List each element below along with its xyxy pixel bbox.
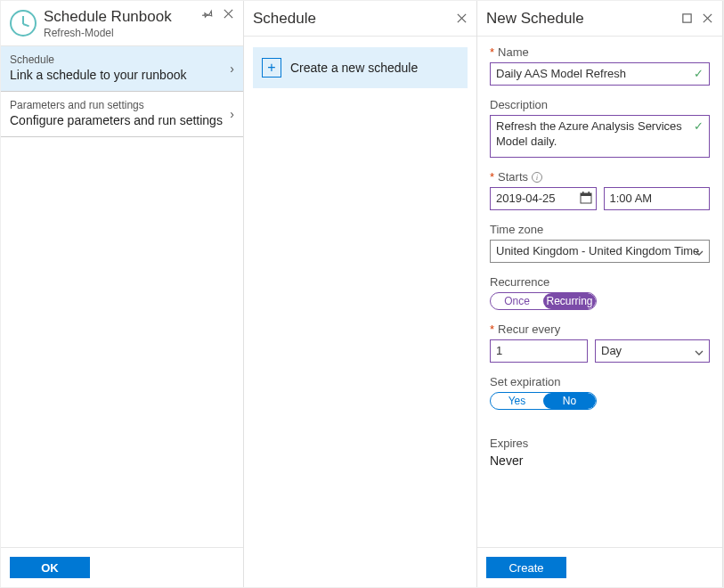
recurrence-label: Recurrence (490, 275, 549, 289)
timezone-select[interactable]: United Kingdom - United Kingdom Time (490, 240, 710, 263)
nav-item-small: Parameters and run settings (10, 99, 234, 111)
recurrence-once[interactable]: Once (491, 293, 543, 309)
timezone-value: United Kingdom - United Kingdom Time (496, 244, 699, 257)
blade-header: Schedule (244, 1, 476, 37)
blade-title: Schedule Runbook (44, 8, 172, 26)
chevron-down-icon (695, 347, 704, 360)
name-input[interactable]: Daily AAS Model Refresh (490, 62, 710, 86)
svg-rect-10 (588, 192, 590, 194)
schedule-blade: Schedule + Create a new schedule (244, 1, 477, 587)
chevron-down-icon (695, 247, 704, 260)
pin-icon[interactable] (202, 8, 214, 20)
name-label: Name (498, 45, 529, 59)
recur-every-unit-value: Day (601, 344, 622, 357)
chevron-right-icon: › (230, 107, 234, 121)
nav-item-big: Configure parameters and run settings (10, 113, 234, 127)
bottom-bar: Create (477, 547, 722, 587)
blade-title: New Schedule (486, 10, 584, 28)
recurrence-toggle[interactable]: Once Recurring (490, 292, 597, 310)
description-input[interactable]: Refresh the Azure Analysis Services Mode… (490, 115, 710, 158)
description-label: Description (490, 98, 548, 111)
expiration-yes[interactable]: Yes (491, 393, 543, 409)
info-icon[interactable]: i (532, 172, 542, 183)
timezone-label: Time zone (490, 223, 543, 236)
blade-subtitle: Refresh-Model (44, 28, 172, 38)
starts-date-value: 2019-04-25 (496, 192, 556, 205)
starts-time-input[interactable]: 1:00 AM (604, 187, 711, 210)
nav-item-big: Link a schedule to your runbook (10, 68, 234, 82)
nav-item-schedule[interactable]: Schedule Link a schedule to your runbook… (1, 46, 243, 92)
create-button[interactable]: Create (486, 557, 566, 578)
new-schedule-form: *Name Daily AAS Model Refresh Descriptio… (477, 37, 722, 489)
bottom-bar: OK (1, 547, 243, 587)
starts-date-input[interactable]: 2019-04-25 (490, 187, 597, 210)
blade-title: Schedule (253, 10, 316, 28)
blade-header: New Schedule (477, 1, 722, 37)
schedule-runbook-blade: Schedule Runbook Refresh-Model Schedule … (1, 1, 244, 587)
ok-button[interactable]: OK (10, 557, 90, 578)
expires-value: Never (490, 453, 710, 468)
nav-item-small: Schedule (10, 53, 234, 66)
close-icon[interactable] (702, 12, 713, 24)
expires-label: Expires (490, 437, 528, 450)
svg-rect-4 (683, 14, 691, 22)
starts-label: Starts (498, 170, 528, 184)
create-schedule-label: Create a new schedule (290, 61, 418, 75)
new-schedule-blade: New Schedule *Name Daily AAS Model Refre… (477, 1, 723, 587)
blade-header: Schedule Runbook Refresh-Model (1, 1, 243, 46)
svg-rect-9 (582, 192, 584, 194)
recur-every-input[interactable]: 1 (490, 339, 588, 363)
calendar-icon (580, 192, 592, 207)
set-expiration-toggle[interactable]: Yes No (490, 392, 597, 410)
svg-rect-8 (581, 193, 591, 196)
close-icon[interactable] (223, 8, 234, 20)
recur-every-label: Recur every (498, 323, 560, 336)
plus-icon: + (262, 58, 281, 78)
chevron-right-icon: › (230, 61, 234, 76)
clock-icon (10, 10, 37, 37)
close-icon[interactable] (456, 12, 468, 24)
nav-item-parameters[interactable]: Parameters and run settings Configure pa… (1, 92, 243, 137)
expiration-no[interactable]: No (543, 393, 596, 409)
set-expiration-label: Set expiration (490, 375, 561, 388)
recur-every-unit-select[interactable]: Day (595, 339, 710, 363)
maximize-icon[interactable] (681, 12, 693, 24)
recurrence-recurring[interactable]: Recurring (543, 293, 596, 309)
create-new-schedule-button[interactable]: + Create a new schedule (253, 47, 468, 88)
